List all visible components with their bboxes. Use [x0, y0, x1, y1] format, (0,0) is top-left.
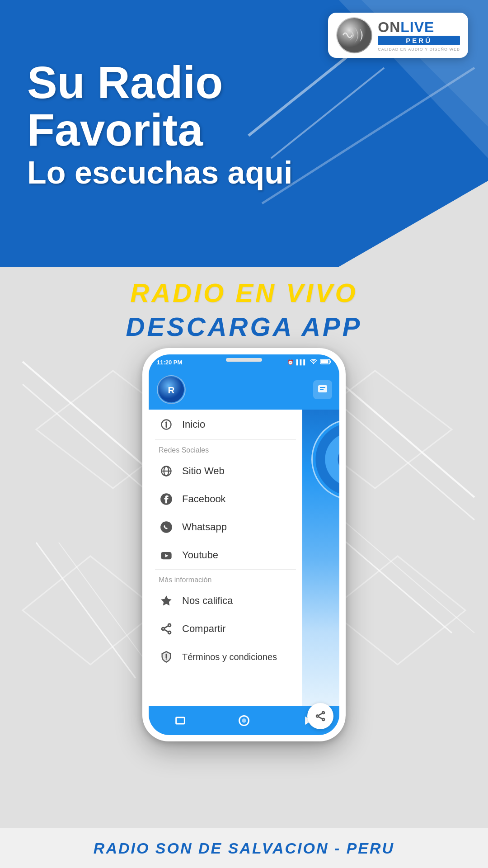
- promo-section: RADIO EN VIVO DESCARGA APP: [0, 276, 488, 344]
- nav-home-btn[interactable]: [235, 712, 253, 730]
- svg-line-45: [164, 630, 168, 632]
- logo-circle: [336, 17, 372, 53]
- inicio-icon: [159, 417, 174, 432]
- compartir-label: Compartir: [182, 623, 226, 635]
- facebook-label: Facebook: [182, 493, 226, 505]
- svg-point-20: [313, 363, 314, 364]
- globe-icon: [159, 463, 174, 479]
- terminos-label: Términos y condiciones: [182, 652, 277, 662]
- svg-line-56: [319, 717, 322, 719]
- svg-line-3: [36, 542, 136, 678]
- app-logo: R: [157, 375, 186, 404]
- menu-item-nos-califica[interactable]: Nos califica: [149, 587, 302, 615]
- svg-point-47: [166, 658, 167, 660]
- battery-icon: [320, 359, 331, 365]
- status-time: 11:20 PM: [157, 359, 182, 366]
- whatsapp-label: Whatsapp: [182, 521, 227, 533]
- headline-container: Su Radio Favorita Lo escuchas aqui: [27, 59, 292, 192]
- descarga-app-text: DESCARGA APP: [0, 310, 488, 344]
- app-header-bar: R: [149, 370, 339, 410]
- wifi-icon: [310, 359, 318, 366]
- facebook-icon: [159, 491, 174, 507]
- svg-point-50: [242, 718, 246, 722]
- headline-line1: Su Radio: [27, 59, 292, 106]
- alarm-icon: ⏰: [287, 359, 294, 365]
- phone-container: 11:20 PM ⏰ ▌▌▌: [142, 348, 346, 741]
- menu-item-whatsapp[interactable]: Whatsapp: [149, 513, 302, 541]
- nav-back-btn[interactable]: [171, 712, 189, 730]
- footer-section: RADIO SON DE SALVACION - PERU: [0, 827, 488, 868]
- radio-en-vivo-text: RADIO EN VIVO: [0, 276, 488, 310]
- share-fab[interactable]: [307, 703, 333, 729]
- brand-live: LIVE: [400, 19, 434, 36]
- star-icon: [159, 593, 174, 609]
- chat-icon-btn[interactable]: [313, 380, 332, 399]
- youtube-icon: [159, 547, 174, 563]
- header-section: ON LIVE PERÚ CALIDAD EN AUDIO Y DISEÑO W…: [0, 0, 488, 267]
- status-icons-group: ⏰ ▌▌▌: [287, 359, 331, 366]
- menu-item-sitio-web[interactable]: Sitio Web: [149, 457, 302, 485]
- menu-item-terminos[interactable]: Términos y condiciones: [149, 643, 302, 671]
- phone-screen: 11:20 PM ⏰ ▌▌▌: [149, 354, 339, 735]
- drawer-panel: Inicio Redes Sociales: [149, 410, 302, 706]
- signal-icon: ▌▌▌: [296, 359, 307, 365]
- footer-text: RADIO SON DE SALVACION - PERU: [94, 840, 394, 857]
- svg-line-55: [319, 713, 322, 715]
- svg-rect-23: [321, 360, 328, 363]
- svg-marker-40: [161, 595, 171, 605]
- menu-item-inicio[interactable]: Inicio: [149, 410, 302, 439]
- main-app-panel: [302, 410, 339, 706]
- vinyl-record: [311, 419, 339, 500]
- logo-wrapper: ON LIVE PERÚ CALIDAD EN AUDIO Y DISEÑO W…: [328, 13, 468, 58]
- menu-item-youtube[interactable]: Youtube: [149, 541, 302, 569]
- brand-peru-badge: PERÚ: [378, 36, 460, 45]
- menu-item-compartir[interactable]: Compartir: [149, 615, 302, 643]
- nos-califica-label: Nos califica: [182, 595, 233, 607]
- mas-info-header: Más información: [149, 570, 302, 587]
- status-bar: 11:20 PM ⏰ ▌▌▌: [149, 354, 339, 370]
- brand-tagline: CALIDAD EN AUDIO Y DISEÑO WEB: [378, 47, 460, 52]
- share-icon: [159, 621, 174, 637]
- logo-brand-text: ON LIVE PERÚ CALIDAD EN AUDIO Y DISEÑO W…: [378, 19, 460, 52]
- headline-sub: Lo escuchas aqui: [27, 154, 292, 192]
- svg-text:R: R: [168, 385, 175, 395]
- svg-rect-22: [330, 361, 331, 363]
- whatsapp-icon: [159, 519, 174, 535]
- phone-outer: 11:20 PM ⏰ ▌▌▌: [142, 348, 346, 741]
- headline-line2: Favorita: [27, 106, 292, 154]
- redes-sociales-header: Redes Sociales: [149, 440, 302, 457]
- shield-icon: [159, 649, 174, 665]
- svg-rect-48: [176, 717, 185, 724]
- menu-item-facebook[interactable]: Facebook: [149, 485, 302, 513]
- svg-marker-11: [23, 556, 158, 665]
- svg-line-44: [164, 626, 168, 628]
- youtube-label: Youtube: [182, 549, 218, 561]
- inicio-label: Inicio: [182, 419, 205, 430]
- brand-on: ON: [378, 19, 400, 36]
- svg-marker-12: [330, 556, 465, 665]
- sitio-web-label: Sitio Web: [182, 465, 225, 477]
- svg-point-19: [337, 18, 371, 52]
